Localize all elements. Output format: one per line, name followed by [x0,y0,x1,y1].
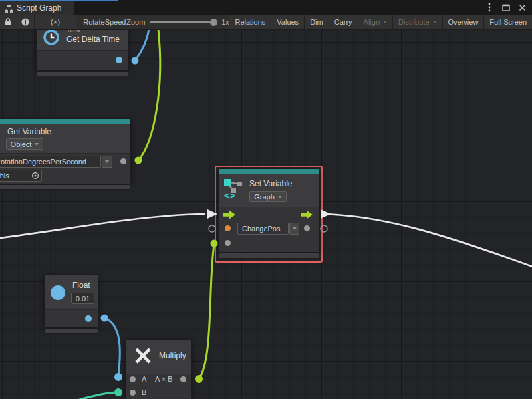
button-label: Values [277,18,299,26]
output-port-value[interactable] [304,225,310,231]
output-port-delta-time[interactable] [116,57,122,63]
maximize-icon [502,4,510,11]
input-port-new-value[interactable] [225,240,231,246]
scope-label: Object [11,140,32,148]
object-picker-icon[interactable] [31,172,39,180]
window-menu-button[interactable] [481,0,497,15]
tab-script-graph[interactable]: Script Graph [0,1,74,15]
node-float[interactable]: Float 0.01 [44,274,98,327]
variable-header-stripe [0,119,130,124]
variable-name-dropdown-button[interactable] [289,223,299,235]
scope-label: Graph [254,193,275,201]
tab-title: Script Graph [17,3,61,13]
port-label-b: B [142,388,146,396]
zoom-slider-handle[interactable] [210,19,217,26]
toolbar-button-carry[interactable]: Carry [329,15,358,29]
input-port-a[interactable] [130,376,136,382]
button-label: Align [364,18,380,26]
graph-toolbar: ⟨×⟩ RotateSpeed Zoom 1x Relations Values… [0,15,532,30]
toolbar-button-overview[interactable]: Overview [443,15,485,29]
flow-input-port[interactable] [223,210,235,219]
focus-indicator [0,0,118,1]
node-footer [37,71,128,76]
variable-scope-dropdown[interactable]: Graph [249,191,287,202]
info-icon [21,17,30,27]
node-set-variable[interactable]: <> Set Variable Graph ChangePos [218,168,319,251]
float-value: 0.01 [76,295,90,303]
toolbar-button-values[interactable]: Values [271,15,305,29]
lock-button[interactable] [0,15,17,29]
collapse-glyph: ⟨×⟩ [51,18,61,27]
chevron-down-icon [433,21,437,23]
node-title: Multiply [159,351,186,360]
target-value: This [0,172,9,180]
toolbar-button-dim[interactable]: Dim [305,15,329,29]
port-label-result: A × B [155,375,173,383]
button-label: Overview [448,18,479,26]
flow-output-port[interactable] [301,210,313,219]
float-type-icon [51,285,65,300]
button-label: Full Screen [489,18,527,26]
close-icon [519,4,526,11]
variable-name-value: RotationDegreesPerSecond [0,158,86,166]
zoom-value: 1x [221,18,229,26]
kebab-menu-icon [488,3,491,12]
node-multiply[interactable]: Multiply A A × B B [125,339,192,399]
variable-name-value: ChangePos [242,225,281,233]
variable-name-dropdown-button[interactable] [102,156,112,168]
multiply-icon [134,346,152,365]
toolbar-button-full-screen[interactable]: Full Screen [484,15,532,29]
node-footer [218,253,319,259]
node-title: Set Variable [249,179,292,188]
graph-icon [5,4,13,13]
node-footer [0,184,131,190]
tab-bar: Script Graph [0,0,532,15]
svg-text:<>: <> [223,191,235,199]
button-label: Relations [235,18,265,26]
graph-variable-icon: <> [223,178,245,199]
output-port-variable-value[interactable] [120,158,126,164]
lock-icon [3,17,13,27]
breadcrumb-label: RotateSpeed [83,18,126,26]
chevron-down-icon [35,143,39,146]
output-port-float[interactable] [85,315,92,322]
node-title: Get Delta Time [66,35,120,44]
node-title: Float [72,281,90,290]
target-object-field[interactable]: This [0,170,42,182]
script-graph-window: Time Get Delta Time Get Variable Object … [0,0,532,399]
maximize-button[interactable] [498,0,514,15]
chevron-down-icon [105,160,109,163]
zoom-label: Zoom [126,18,145,26]
close-button[interactable] [514,0,530,15]
variable-name-field[interactable]: ChangePos [237,223,289,235]
variable-name-field[interactable]: RotationDegreesPerSecond [0,156,101,168]
zoom-slider[interactable] [150,21,210,23]
variable-header-stripe [219,169,319,174]
chevron-down-icon [383,21,387,23]
button-label: Distribute [398,18,429,26]
node-footer [44,329,98,334]
variable-scope-dropdown[interactable]: Object [6,138,43,150]
button-label: Dim [310,18,323,26]
toolbar-button-align[interactable]: Align [358,15,393,29]
breadcrumb[interactable]: RotateSpeed [76,15,126,29]
info-button[interactable] [17,15,35,29]
toolbar-button-distribute[interactable]: Distribute [393,15,442,29]
variable-name-port[interactable] [225,225,231,231]
input-port-b[interactable] [130,390,136,396]
node-title: Get Variable [7,127,51,136]
output-port-result[interactable] [180,376,186,382]
node-get-variable[interactable]: Get Variable Object RotationDegreesPerSe… [0,118,131,183]
port-label-a: A [142,375,146,383]
zoom-control: Zoom 1x [126,15,229,29]
chevron-down-icon [293,227,297,230]
collapse-button[interactable]: ⟨×⟩ [35,15,76,29]
chevron-down-icon [278,196,282,198]
toolbar-button-relations[interactable]: Relations [229,15,271,29]
clock-icon [43,29,60,46]
button-label: Carry [334,18,352,26]
float-value-input[interactable]: 0.01 [71,293,94,304]
